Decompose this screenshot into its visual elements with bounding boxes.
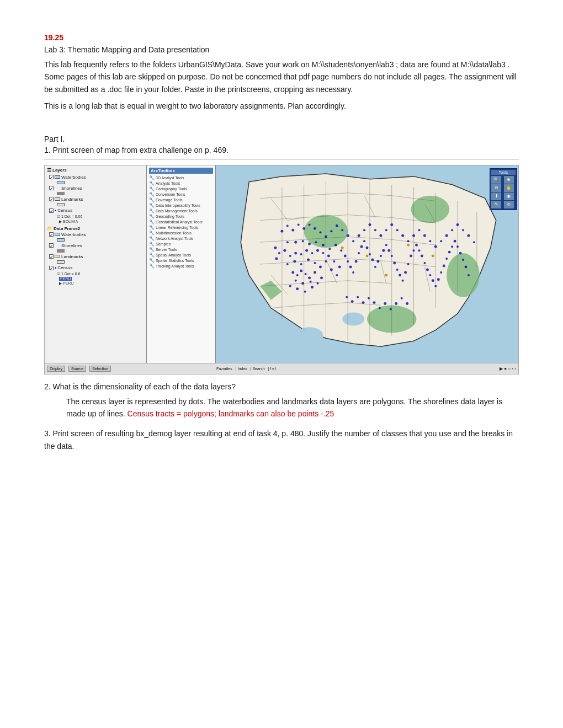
svg-point-158 xyxy=(385,229,387,231)
svg-point-177 xyxy=(275,257,278,260)
svg-point-92 xyxy=(340,249,342,251)
svg-point-51 xyxy=(300,269,302,272)
gis-tools-panel-right: Tools 🔍 ⊕ ⊖ ✋ ℹ ◉ ✎ ⟲ xyxy=(490,168,517,210)
svg-point-87 xyxy=(308,242,311,245)
svg-point-148 xyxy=(330,230,332,232)
svg-point-103 xyxy=(371,258,374,261)
svg-point-176 xyxy=(278,252,280,254)
svg-point-74 xyxy=(333,260,335,263)
svg-point-168 xyxy=(440,240,442,242)
svg-point-160 xyxy=(396,229,399,231)
svg-point-78 xyxy=(311,252,314,254)
svg-point-66 xyxy=(300,263,302,265)
svg-point-115 xyxy=(404,271,407,274)
svg-point-173 xyxy=(467,234,470,237)
svg-point-93 xyxy=(344,254,347,257)
svg-point-172 xyxy=(462,229,464,231)
svg-point-72 xyxy=(336,274,338,276)
svg-point-151 xyxy=(347,234,349,237)
svg-point-156 xyxy=(374,229,376,231)
svg-point-152 xyxy=(352,240,354,242)
svg-point-49 xyxy=(291,271,294,274)
svg-point-128 xyxy=(440,271,442,273)
svg-point-8 xyxy=(342,312,364,325)
intro-paragraph-1: This lab frequently refers to the folder… xyxy=(44,58,519,95)
svg-point-68 xyxy=(314,262,316,264)
svg-point-104 xyxy=(374,266,376,268)
svg-point-159 xyxy=(390,223,393,226)
svg-point-50 xyxy=(296,274,299,276)
svg-point-182 xyxy=(368,297,370,299)
svg-point-98 xyxy=(358,252,360,254)
svg-point-64 xyxy=(286,263,289,265)
part-i-label: Part I. xyxy=(44,135,519,143)
svg-point-79 xyxy=(305,249,308,251)
svg-point-167 xyxy=(434,245,437,248)
svg-point-120 xyxy=(418,249,420,251)
svg-point-124 xyxy=(429,274,431,276)
svg-point-135 xyxy=(459,251,462,254)
svg-point-59 xyxy=(296,287,299,290)
svg-point-186 xyxy=(390,308,392,310)
svg-point-94 xyxy=(347,260,349,263)
gis-screenshot: ☰ Layers ✓ Waterbodies ✓ Shorelines ✓ xyxy=(44,165,519,374)
svg-point-190 xyxy=(341,246,344,249)
svg-point-62 xyxy=(317,282,319,284)
svg-point-113 xyxy=(399,274,401,276)
svg-point-55 xyxy=(301,282,304,285)
svg-point-131 xyxy=(448,250,451,253)
svg-point-56 xyxy=(310,280,312,282)
svg-point-153 xyxy=(358,234,360,237)
svg-point-163 xyxy=(412,234,415,237)
gis-bottom-bar: Display Source Selection Favorites | Ind… xyxy=(45,363,518,374)
svg-point-86 xyxy=(302,240,304,242)
svg-point-143 xyxy=(302,227,305,229)
svg-point-137 xyxy=(465,265,468,268)
svg-point-76 xyxy=(322,252,324,254)
svg-point-73 xyxy=(338,265,341,268)
svg-point-140 xyxy=(286,224,289,227)
svg-point-90 xyxy=(328,248,331,250)
svg-point-171 xyxy=(456,223,459,226)
svg-point-116 xyxy=(407,263,410,265)
svg-point-60 xyxy=(304,290,306,292)
svg-point-146 xyxy=(319,231,321,233)
svg-point-83 xyxy=(283,249,286,251)
svg-point-184 xyxy=(379,307,381,309)
svg-point-71 xyxy=(330,268,333,271)
intro-paragraph-2: This is a long lab that is equal in weig… xyxy=(44,100,519,112)
svg-point-106 xyxy=(380,255,382,257)
svg-point-150 xyxy=(341,229,343,231)
svg-point-52 xyxy=(305,272,307,275)
svg-point-125 xyxy=(432,279,434,282)
svg-point-81 xyxy=(294,251,297,254)
svg-point-99 xyxy=(360,245,363,248)
svg-point-134 xyxy=(456,245,459,248)
svg-point-100 xyxy=(363,240,365,242)
svg-point-102 xyxy=(369,253,371,255)
svg-point-192 xyxy=(385,274,387,276)
svg-point-154 xyxy=(363,229,365,231)
svg-point-61 xyxy=(311,286,314,288)
svg-point-112 xyxy=(396,269,399,271)
svg-point-105 xyxy=(376,260,379,263)
svg-point-117 xyxy=(410,254,412,257)
svg-point-193 xyxy=(407,243,410,246)
question-3-label: 3. Print screen of resulting bx_demog la… xyxy=(44,427,519,452)
svg-point-110 xyxy=(391,255,393,257)
svg-point-174 xyxy=(473,241,475,243)
svg-point-138 xyxy=(468,274,470,276)
svg-point-149 xyxy=(336,224,338,227)
svg-point-144 xyxy=(309,223,311,226)
svg-point-67 xyxy=(307,258,310,261)
svg-point-175 xyxy=(274,246,277,249)
question-2-label: 2. What is the dimensionality of each of… xyxy=(44,382,519,391)
svg-point-165 xyxy=(423,234,426,237)
svg-point-155 xyxy=(368,223,371,226)
svg-point-3 xyxy=(411,195,450,223)
svg-point-107 xyxy=(382,249,385,251)
svg-point-123 xyxy=(426,268,429,271)
svg-point-147 xyxy=(325,235,327,238)
svg-point-91 xyxy=(334,243,337,246)
svg-point-111 xyxy=(393,261,396,264)
